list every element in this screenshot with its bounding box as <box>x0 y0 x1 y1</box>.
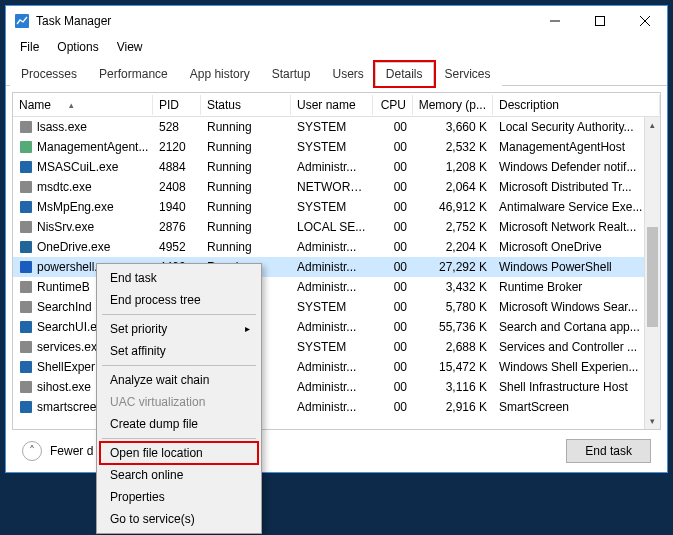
tab-processes[interactable]: Processes <box>10 62 88 86</box>
table-header: Name▴ PID Status User name CPU Memory (p… <box>13 93 660 117</box>
cell-pid: 528 <box>153 119 201 135</box>
cell-status: Running <box>201 139 291 155</box>
cell-description: Runtime Broker <box>493 279 660 295</box>
cell-memory: 2,916 K <box>413 399 493 415</box>
cell-memory: 15,472 K <box>413 359 493 375</box>
cell-description: Windows Defender notif... <box>493 159 660 175</box>
cell-status: Running <box>201 159 291 175</box>
cell-name: MSASCuiL.exe <box>13 159 153 175</box>
cell-description: Microsoft Windows Sear... <box>493 299 660 315</box>
tab-performance[interactable]: Performance <box>88 62 179 86</box>
cell-description: Windows PowerShell <box>493 259 660 275</box>
tab-users[interactable]: Users <box>321 62 374 86</box>
ctx-search-online[interactable]: Search online <box>100 464 258 486</box>
svg-rect-5 <box>20 121 32 133</box>
col-pid[interactable]: PID <box>153 95 201 115</box>
table-row[interactable]: MSASCuiL.exe4884RunningAdministr...001,2… <box>13 157 660 177</box>
scroll-up-button[interactable]: ▴ <box>645 117 660 133</box>
ctx-end-task[interactable]: End task <box>100 267 258 289</box>
tab-startup[interactable]: Startup <box>261 62 322 86</box>
vertical-scrollbar[interactable]: ▴ ▾ <box>644 117 660 429</box>
cell-user: SYSTEM <box>291 199 373 215</box>
close-button[interactable] <box>622 6 667 36</box>
col-name[interactable]: Name▴ <box>13 95 153 115</box>
cell-user: Administr... <box>291 159 373 175</box>
ctx-set-priority-label: Set priority <box>110 322 167 336</box>
ctx-properties[interactable]: Properties <box>100 486 258 508</box>
cell-memory: 2,752 K <box>413 219 493 235</box>
cell-description: Microsoft Network Realt... <box>493 219 660 235</box>
table-row[interactable]: lsass.exe528RunningSYSTEM003,660 KLocal … <box>13 117 660 137</box>
maximize-button[interactable] <box>577 6 622 36</box>
cell-description: SmartScreen <box>493 399 660 415</box>
cell-user: SYSTEM <box>291 139 373 155</box>
col-status[interactable]: Status <box>201 95 291 115</box>
cell-name: lsass.exe <box>13 119 153 135</box>
cell-user: Administr... <box>291 259 373 275</box>
tab-app-history[interactable]: App history <box>179 62 261 86</box>
cell-user: Administr... <box>291 379 373 395</box>
svg-rect-17 <box>20 361 32 373</box>
process-icon <box>19 320 33 334</box>
titlebar[interactable]: Task Manager <box>6 6 667 36</box>
ctx-set-affinity[interactable]: Set affinity <box>100 340 258 362</box>
table-row[interactable]: ManagementAgent...2120RunningSYSTEM002,5… <box>13 137 660 157</box>
cell-cpu: 00 <box>373 159 413 175</box>
cell-cpu: 00 <box>373 139 413 155</box>
menu-file[interactable]: File <box>12 38 47 56</box>
chevron-right-icon: ▸ <box>245 323 250 334</box>
ctx-analyze-wait-chain[interactable]: Analyze wait chain <box>100 369 258 391</box>
ctx-open-file-location[interactable]: Open file location <box>100 442 258 464</box>
end-task-button[interactable]: End task <box>566 439 651 463</box>
process-icon <box>19 260 33 274</box>
menu-view[interactable]: View <box>109 38 151 56</box>
col-user[interactable]: User name <box>291 95 373 115</box>
menubar: File Options View <box>6 36 667 58</box>
tab-details[interactable]: Details <box>375 62 434 86</box>
cell-cpu: 00 <box>373 279 413 295</box>
cell-pid: 2120 <box>153 139 201 155</box>
col-memory[interactable]: Memory (p... <box>413 95 493 115</box>
table-row[interactable]: msdtc.exe2408RunningNETWORK...002,064 KM… <box>13 177 660 197</box>
tab-bar: Processes Performance App history Startu… <box>6 62 667 86</box>
col-description[interactable]: Description <box>493 95 660 115</box>
table-row[interactable]: MsMpEng.exe1940RunningSYSTEM0046,912 KAn… <box>13 197 660 217</box>
table-row[interactable]: NisSrv.exe2876RunningLOCAL SE...002,752 … <box>13 217 660 237</box>
fewer-details-toggle[interactable]: ˄ <box>22 441 42 461</box>
menu-options[interactable]: Options <box>49 38 106 56</box>
ctx-end-process-tree[interactable]: End process tree <box>100 289 258 311</box>
cell-description: ManagementAgentHost <box>493 139 660 155</box>
svg-rect-15 <box>20 321 32 333</box>
cell-description: Shell Infrastructure Host <box>493 379 660 395</box>
tab-services[interactable]: Services <box>434 62 502 86</box>
ctx-go-to-services[interactable]: Go to service(s) <box>100 508 258 530</box>
col-name-label: Name <box>19 98 51 112</box>
col-cpu[interactable]: CPU <box>373 95 413 115</box>
cell-name: msdtc.exe <box>13 179 153 195</box>
cell-cpu: 00 <box>373 259 413 275</box>
cell-pid: 1940 <box>153 199 201 215</box>
maximize-icon <box>595 16 605 26</box>
table-row[interactable]: OneDrive.exe4952RunningAdministr...002,2… <box>13 237 660 257</box>
cell-description: Services and Controller ... <box>493 339 660 355</box>
process-icon <box>19 240 33 254</box>
cell-description: Microsoft Distributed Tr... <box>493 179 660 195</box>
svg-rect-6 <box>20 141 32 153</box>
cell-memory: 27,292 K <box>413 259 493 275</box>
scroll-down-button[interactable]: ▾ <box>645 413 660 429</box>
ctx-create-dump-file[interactable]: Create dump file <box>100 413 258 435</box>
process-icon <box>19 140 33 154</box>
cell-pid: 2876 <box>153 219 201 235</box>
scroll-thumb[interactable] <box>647 227 658 327</box>
cell-cpu: 00 <box>373 339 413 355</box>
cell-pid: 4952 <box>153 239 201 255</box>
process-icon <box>19 280 33 294</box>
svg-rect-13 <box>20 281 32 293</box>
minimize-button[interactable] <box>532 6 577 36</box>
cell-cpu: 00 <box>373 239 413 255</box>
ctx-set-priority[interactable]: Set priority▸ <box>100 318 258 340</box>
cell-cpu: 00 <box>373 199 413 215</box>
cell-status: Running <box>201 179 291 195</box>
cell-description: Local Security Authority... <box>493 119 660 135</box>
cell-memory: 3,432 K <box>413 279 493 295</box>
